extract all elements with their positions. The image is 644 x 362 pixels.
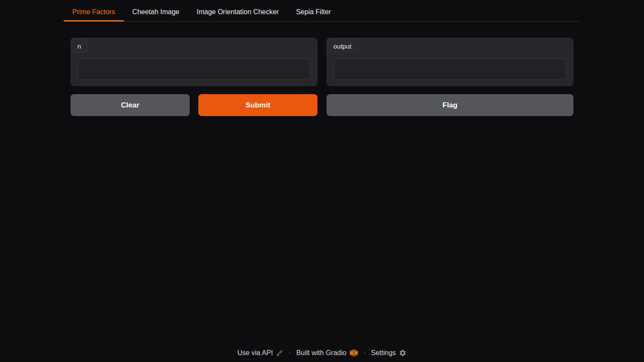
gear-icon	[399, 349, 407, 357]
action-buttons-row: Clear Submit	[71, 94, 317, 116]
gradio-logo-icon	[349, 349, 358, 357]
settings-link[interactable]: Settings	[371, 349, 407, 357]
tab-content-prime-factors: n Clear Submit output Flag	[64, 21, 580, 116]
output-label: output	[327, 38, 359, 52]
footer: Use via API · Built with Gradio ·	[64, 349, 580, 362]
tab-image-orientation-checker[interactable]: Image Orientation Checker	[188, 3, 287, 21]
built-with-gradio-link[interactable]: Built with Gradio	[296, 349, 359, 357]
flag-button[interactable]: Flag	[327, 94, 573, 116]
footer-separator: ·	[289, 349, 291, 357]
use-via-api-label: Use via API	[237, 349, 273, 357]
input-label: n	[71, 38, 88, 52]
flag-button-row: Flag	[327, 94, 573, 116]
output-field[interactable]	[333, 58, 567, 80]
tab-prime-factors[interactable]: Prime Factors	[64, 3, 124, 21]
tab-cheetah-image[interactable]: Cheetah Image	[124, 3, 188, 21]
tab-nav: Prime Factors Cheetah Image Image Orient…	[64, 3, 580, 21]
tab-sepia-filter[interactable]: Sepia Filter	[287, 3, 339, 21]
output-panel: output	[327, 38, 573, 86]
n-input[interactable]	[77, 58, 311, 80]
rocket-icon	[276, 349, 283, 357]
output-column: output Flag	[327, 38, 573, 116]
footer-separator: ·	[364, 349, 366, 357]
io-row: n Clear Submit output Flag	[71, 38, 573, 116]
settings-label: Settings	[371, 349, 396, 357]
submit-button[interactable]: Submit	[198, 94, 317, 116]
clear-button[interactable]: Clear	[71, 94, 190, 116]
gradio-app: Prime Factors Cheetah Image Image Orient…	[64, 0, 580, 362]
input-column: n Clear Submit	[71, 38, 317, 116]
built-with-gradio-label: Built with Gradio	[296, 349, 347, 357]
input-panel: n	[71, 38, 317, 86]
use-via-api-link[interactable]: Use via API	[237, 349, 284, 357]
